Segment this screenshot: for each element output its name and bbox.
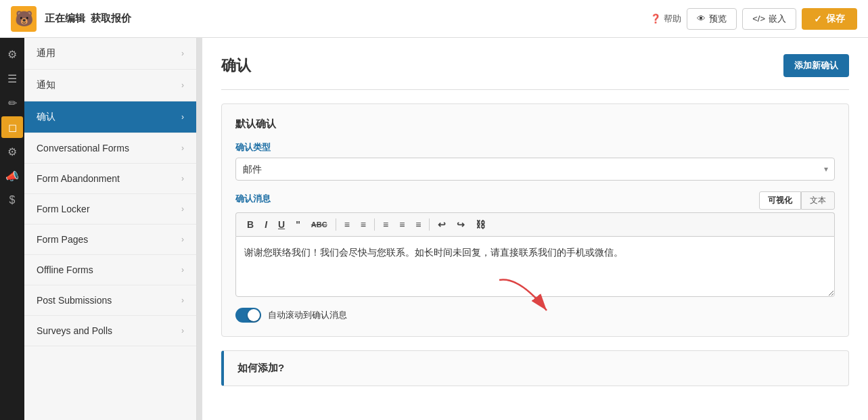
save-button[interactable]: ✓ 保存: [802, 8, 857, 30]
content-header: 确认 添加新确认: [221, 54, 849, 77]
code-icon: </>: [752, 14, 765, 24]
auto-scroll-label: 自动滚动到确认消息: [268, 309, 347, 321]
chevron-right-icon: ›: [181, 112, 184, 122]
embed-button[interactable]: </> 嵌入: [742, 8, 796, 30]
underline-button[interactable]: U: [274, 217, 289, 232]
sidebar-item-form-locker[interactable]: Form Locker ›: [24, 194, 196, 225]
unordered-list-button[interactable]: ≡: [357, 217, 370, 232]
sidebar-item-offline-forms[interactable]: Offline Forms ›: [24, 255, 196, 285]
left-panel: 通用 › 通知 › 确认 › Conversational Forms › Fo…: [24, 38, 197, 420]
confirm-card-title: 默认确认: [235, 118, 835, 131]
chevron-right-icon: ›: [181, 174, 184, 183]
sidebar-item-general[interactable]: 通用 ›: [24, 38, 196, 70]
form-name: 获取报价: [91, 12, 131, 24]
help-button[interactable]: ❓ 帮助: [650, 13, 681, 25]
auto-scroll-toggle[interactable]: [235, 308, 261, 323]
tab-text[interactable]: 文本: [801, 191, 835, 210]
sidebar-icon-config[interactable]: ⚙: [1, 141, 23, 162]
toolbar-divider-1: [336, 218, 336, 231]
header-title: 正在编辑 获取报价: [45, 12, 642, 25]
sidebar-item-post-label: Post Submissions: [37, 295, 112, 306]
chevron-right-icon: ›: [181, 265, 184, 275]
tab-visual[interactable]: 可视化: [759, 191, 801, 210]
quote-button[interactable]: ": [292, 217, 304, 232]
preview-button[interactable]: 👁 预览: [687, 8, 737, 30]
chevron-right-icon: ›: [181, 80, 184, 90]
sidebar-item-offline-label: Offline Forms: [37, 264, 93, 275]
sidebar-item-confirmation[interactable]: 确认 ›: [24, 101, 196, 133]
toolbar-divider-2: [374, 218, 375, 231]
align-right-button[interactable]: ≡: [411, 217, 425, 232]
undo-button[interactable]: ↩: [434, 217, 450, 232]
divider: [221, 89, 849, 90]
ordered-list-button[interactable]: ≡: [340, 217, 354, 232]
editor-body[interactable]: 谢谢您联络我们！我们会尽快与您联系。如长时间未回复，请直接联系我们的手机或微信。: [235, 236, 835, 297]
sidebar-icon-edit[interactable]: ✏: [1, 92, 23, 114]
confirmation-type-select-wrapper: 邮件 ▾: [235, 158, 835, 181]
sidebar-item-post-submissions[interactable]: Post Submissions ›: [24, 285, 196, 316]
message-header: 确认消息 可视化 文本: [235, 191, 835, 210]
panel-divider[interactable]: [197, 38, 202, 420]
icon-sidebar: ⚙ ☰ ✏ ◻ ⚙ 📣 $: [0, 38, 24, 420]
chevron-right-icon: ›: [181, 326, 184, 335]
sidebar-icon-payment[interactable]: $: [1, 189, 23, 211]
toggle-knob: [248, 309, 260, 321]
chevron-right-icon: ›: [181, 296, 184, 305]
redo-button[interactable]: ↪: [453, 217, 469, 232]
align-left-button[interactable]: ≡: [379, 217, 392, 232]
add-confirmation-button[interactable]: 添加新确认: [783, 54, 849, 77]
sidebar-item-surveys-polls[interactable]: Surveys and Polls ›: [24, 316, 196, 346]
main-layout: ⚙ ☰ ✏ ◻ ⚙ 📣 $ 通用 › 通知 › 确认 › Conversatio…: [0, 38, 868, 420]
top-header: 🐻 正在编辑 获取报价 ❓ 帮助 👁 预览 </> 嵌入 ✓ 保存: [0, 0, 868, 38]
sidebar-item-locker-label: Form Locker: [37, 204, 90, 214]
sidebar-icon-settings[interactable]: ⚙: [1, 43, 23, 65]
chevron-right-icon: ›: [181, 235, 184, 244]
sidebar-item-general-label: 通用: [37, 47, 55, 60]
content-area: 确认 添加新确认 默认确认 确认类型 邮件 ▾ 确认消息 可视化 文本: [202, 38, 868, 420]
link-button[interactable]: ⛓: [472, 217, 489, 232]
sidebar-icon-list[interactable]: ☰: [1, 68, 23, 89]
editing-prefix: 正在编辑: [45, 12, 85, 24]
app-logo: 🐻: [11, 6, 37, 32]
sidebar-item-notification[interactable]: 通知 ›: [24, 70, 196, 101]
sidebar-item-notification-label: 通知: [37, 79, 55, 91]
align-center-button[interactable]: ≡: [395, 217, 409, 232]
confirmation-message-label: 确认消息: [235, 193, 271, 205]
strikethrough-button[interactable]: ABC: [307, 218, 332, 231]
confirmation-type-select[interactable]: 邮件: [235, 158, 835, 181]
confirmation-card-default: 默认确认 确认类型 邮件 ▾ 确认消息 可视化 文本 B I U ": [221, 103, 849, 337]
check-icon: ✓: [814, 14, 822, 24]
sidebar-item-conversational-label: Conversational Forms: [37, 143, 129, 154]
sidebar-item-form-pages[interactable]: Form Pages ›: [24, 225, 196, 255]
sidebar-icon-notification[interactable]: 📣: [1, 165, 23, 187]
sidebar-item-pages-label: Form Pages: [37, 234, 88, 245]
toolbar-divider-3: [429, 218, 430, 231]
header-actions: ❓ 帮助 👁 预览 </> 嵌入 ✓ 保存: [650, 8, 857, 30]
toggle-row: 自动滚动到确认消息: [235, 308, 835, 323]
sidebar-item-surveys-label: Surveys and Polls: [37, 325, 112, 336]
page-title: 确认: [221, 55, 251, 76]
editor-toolbar: B I U " ABC ≡ ≡ ≡ ≡ ≡ ↩ ↪ ⛓: [235, 212, 835, 236]
sidebar-item-abandonment-label: Form Abandonment: [37, 173, 120, 184]
sidebar-item-conversational-forms[interactable]: Conversational Forms ›: [24, 133, 196, 164]
chevron-right-icon: ›: [181, 49, 184, 58]
chevron-right-icon: ›: [181, 143, 184, 153]
sidebar-icon-section[interactable]: ◻: [1, 116, 23, 138]
confirmation-type-label: 确认类型: [235, 141, 835, 154]
italic-button[interactable]: I: [260, 217, 271, 232]
eye-icon: 👁: [697, 14, 706, 24]
help-icon: ❓: [650, 14, 661, 24]
bold-button[interactable]: B: [243, 217, 258, 232]
sidebar-item-form-abandonment[interactable]: Form Abandonment ›: [24, 164, 196, 194]
confirmation-card-second: 如何添加?: [221, 350, 849, 386]
sidebar-item-confirmation-label: 确认: [37, 111, 55, 123]
second-card-title: 如何添加?: [237, 362, 835, 375]
message-tabs: 可视化 文本: [759, 191, 835, 210]
chevron-right-icon: ›: [181, 204, 184, 214]
